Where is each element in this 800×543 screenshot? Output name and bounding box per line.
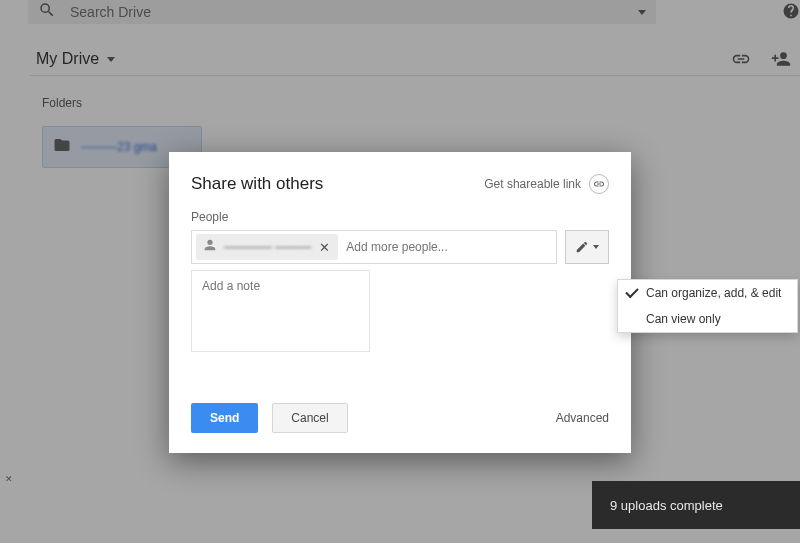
pencil-icon	[575, 240, 589, 254]
upload-toast[interactable]: 9 uploads complete	[592, 481, 800, 529]
advanced-link[interactable]: Advanced	[556, 411, 609, 425]
note-input[interactable]	[191, 270, 370, 352]
send-button[interactable]: Send	[191, 403, 258, 433]
permission-option-view[interactable]: Can view only	[618, 306, 797, 332]
avatar-icon	[202, 237, 218, 257]
chevron-down-icon	[593, 245, 599, 249]
get-shareable-link-button[interactable]: Get shareable link	[484, 174, 609, 194]
permission-dropdown-button[interactable]	[565, 230, 609, 264]
link-icon	[589, 174, 609, 194]
permission-menu: Can organize, add, & edit Can view only	[617, 279, 798, 333]
person-chip[interactable]: ———— ——— ✕	[196, 234, 338, 260]
share-dialog: Share with others Get shareable link Peo…	[169, 152, 631, 453]
add-people-input[interactable]	[338, 231, 552, 263]
people-label: People	[169, 194, 631, 230]
upload-toast-text: 9 uploads complete	[610, 498, 723, 513]
person-chip-name: ———— ———	[224, 240, 311, 254]
cancel-button[interactable]: Cancel	[272, 403, 347, 433]
people-input[interactable]: ———— ——— ✕	[191, 230, 557, 264]
remove-chip-button[interactable]: ✕	[317, 240, 332, 255]
permission-option-edit[interactable]: Can organize, add, & edit	[618, 280, 797, 306]
dialog-title: Share with others	[191, 174, 323, 194]
shareable-link-label: Get shareable link	[484, 177, 581, 191]
